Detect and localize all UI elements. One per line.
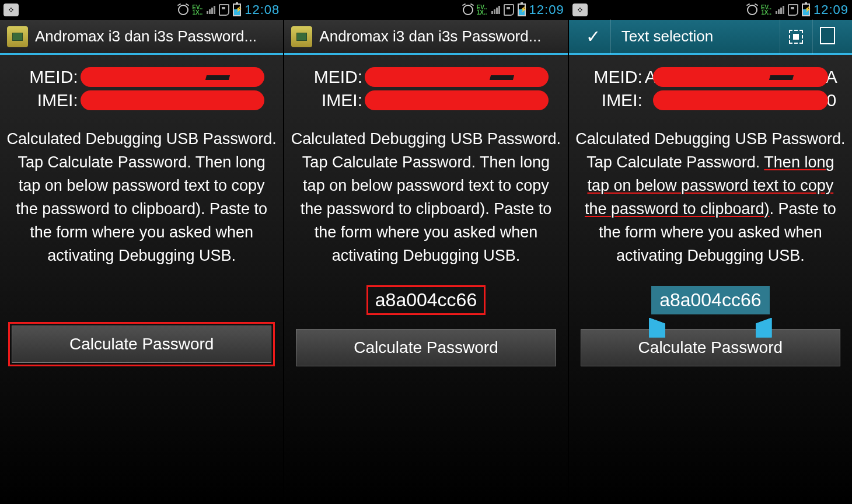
screenshot-1: ⁘ EV.. 1X.. ⚡ 12:08 Andromax i3 dan i3s …	[0, 0, 283, 504]
text-selection-action-bar: ✓ Text selection	[569, 20, 852, 55]
alarm-icon	[463, 5, 473, 15]
password-text-selected[interactable]: a8a004cc66	[651, 286, 769, 314]
calculate-password-button[interactable]: Calculate Password	[581, 329, 840, 366]
meid-redacted	[81, 67, 264, 87]
app-icon	[291, 26, 312, 47]
imei-redacted	[81, 90, 264, 110]
imei-label: IMEI:	[19, 90, 81, 110]
signal-icon	[491, 4, 500, 17]
sim-icon	[219, 4, 229, 16]
password-text[interactable]: a8a004cc66	[366, 285, 486, 315]
network-indicator: EV.. 1X..	[761, 5, 771, 15]
bbm-notification-icon: ⁘	[572, 4, 588, 16]
meid-label: MEID:	[303, 67, 365, 87]
calculate-password-button[interactable]: Calculate Password	[12, 326, 271, 363]
alarm-icon	[747, 5, 757, 15]
app-title-bar: Andromax i3 dan i3s Password...	[284, 20, 567, 55]
signal-icon	[206, 4, 215, 17]
clock: 12:09	[813, 2, 848, 18]
imei-label: IMEI:	[584, 90, 645, 110]
network-indicator: EV.. 1X..	[192, 5, 202, 15]
clock: 12:08	[245, 2, 280, 18]
battery-icon: ⚡	[233, 4, 241, 16]
meid-row: MEID: A A	[574, 65, 847, 89]
app-title-bar: Andromax i3 dan i3s Password...	[0, 20, 283, 55]
done-button[interactable]: ✓	[576, 19, 611, 54]
select-all-button[interactable]	[780, 19, 812, 54]
sim-icon	[504, 4, 514, 16]
screenshot-3: ⁘ EV.. 1X.. ⚡ 12:09 ✓ Text selection MEI…	[569, 0, 852, 504]
network-indicator: EV.. 1X..	[477, 5, 487, 15]
status-bar: EV.. 1X.. ⚡ 12:09	[284, 0, 567, 20]
battery-icon: ⚡	[518, 4, 526, 16]
meid-row: MEID:	[5, 65, 278, 89]
imei-row: IMEI:	[5, 89, 278, 112]
battery-icon: ⚡	[802, 4, 810, 16]
copy-icon	[822, 29, 835, 44]
meid-label: MEID:	[584, 67, 645, 87]
copy-button[interactable]	[812, 19, 845, 54]
status-bar: ⁘ EV.. 1X.. ⚡ 12:08	[0, 0, 283, 20]
instructions-text: Calculated Debugging USB Password. Tap C…	[574, 127, 847, 267]
instructions-text: Calculated Debugging USB Password. Tap C…	[5, 127, 278, 267]
bbm-notification-icon: ⁘	[4, 4, 19, 16]
meid-redacted	[653, 67, 828, 87]
select-all-icon	[789, 30, 803, 44]
imei-redacted	[653, 90, 828, 110]
meid-label: MEID:	[19, 67, 81, 87]
imei-row: IMEI:	[289, 89, 563, 112]
alarm-icon	[178, 5, 188, 15]
imei-label: IMEI:	[303, 90, 365, 110]
app-title: Andromax i3 dan i3s Password...	[35, 27, 276, 46]
imei-redacted	[365, 90, 549, 110]
signal-icon	[775, 4, 784, 17]
imei-row: IMEI: 0	[574, 89, 847, 112]
screenshot-2: EV.. 1X.. ⚡ 12:09 Andromax i3 dan i3s Pa…	[284, 0, 567, 504]
selection-handle-left[interactable]	[649, 318, 665, 338]
app-icon	[7, 26, 28, 47]
calculate-password-button[interactable]: Calculate Password	[296, 329, 556, 366]
instructions-text: Calculated Debugging USB Password. Tap C…	[289, 127, 563, 267]
sim-icon	[788, 4, 798, 16]
meid-row: MEID:	[289, 65, 563, 89]
status-bar: ⁘ EV.. 1X.. ⚡ 12:09	[569, 0, 852, 20]
selection-title: Text selection	[611, 27, 780, 46]
meid-redacted	[365, 67, 549, 87]
selection-handle-right[interactable]	[756, 318, 772, 338]
app-title: Andromax i3 dan i3s Password...	[319, 27, 560, 46]
clock: 12:09	[529, 2, 564, 18]
